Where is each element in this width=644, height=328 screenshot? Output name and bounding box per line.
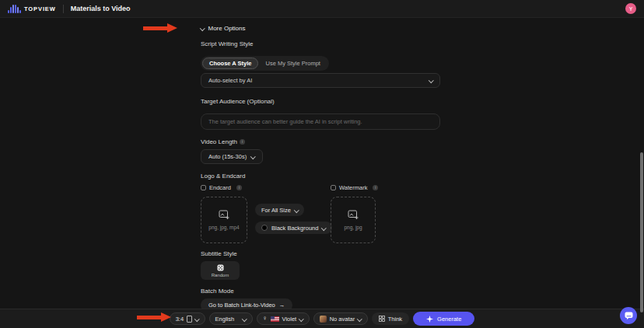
- language-select[interactable]: English: [209, 312, 253, 325]
- brand-name: TOPVIEW: [24, 5, 56, 12]
- header-divider: [63, 5, 64, 13]
- annotation-arrow-more-options: [143, 23, 177, 33]
- checkbox-icon: [331, 185, 336, 190]
- chat-widget-button[interactable]: [620, 307, 637, 324]
- generate-button[interactable]: Generate: [413, 312, 474, 326]
- tab-use-my-style-prompt[interactable]: Use My Style Prompt: [258, 58, 327, 69]
- video-length-select[interactable]: Auto (15s-30s): [201, 149, 263, 164]
- female-icon: ♀: [263, 316, 268, 322]
- chevron-down-icon: [429, 78, 433, 82]
- upload-hint: png, jpg: [344, 225, 362, 230]
- target-audience-label: Target Audience (Optional): [201, 98, 440, 105]
- avatar-thumbnail-icon: [320, 316, 327, 323]
- script-style-tabs: Choose A Style Use My Style Prompt: [201, 56, 329, 71]
- chevron-down-icon: [250, 154, 255, 159]
- think-grid-icon: [379, 316, 385, 322]
- endcard-upload-dropzone[interactable]: png, jpg, mp4: [201, 197, 247, 243]
- avatar-select[interactable]: No avatar: [313, 312, 368, 325]
- black-color-swatch: [261, 225, 268, 231]
- page-title: Materials to Video: [71, 5, 131, 12]
- think-button[interactable]: Think: [372, 312, 409, 325]
- upload-hint: png, jpg, mp4: [208, 225, 239, 230]
- size-select[interactable]: For All Size: [255, 204, 304, 216]
- checkbox-icon: [201, 185, 206, 190]
- more-options-toggle[interactable]: More Options: [201, 25, 246, 32]
- app-window: TOPVIEW Materials to Video Y More Option…: [0, 0, 644, 328]
- video-length-value: Auto (15s-30s): [208, 153, 247, 160]
- aspect-ratio-select[interactable]: 3:4: [170, 312, 205, 325]
- tab-choose-a-style[interactable]: Choose A Style: [202, 58, 258, 69]
- more-options-label: More Options: [208, 25, 246, 32]
- info-icon[interactable]: i: [373, 185, 378, 190]
- sparkle-icon: [426, 316, 433, 323]
- image-plus-icon: [348, 210, 359, 220]
- target-audience-input[interactable]: [201, 113, 440, 130]
- video-length-label: Video Length i: [201, 138, 440, 145]
- logo-endcard-label: Logo & Endcard: [201, 173, 440, 180]
- dice-icon: [217, 264, 224, 271]
- arrow-right-icon: →: [279, 302, 285, 309]
- chevron-down-icon: [322, 225, 327, 230]
- chat-icon: [625, 312, 633, 319]
- generation-bar: 3:4 English ♀ Violet No avatar: [0, 309, 644, 328]
- endcard-checkbox[interactable]: Endcard i: [201, 184, 242, 191]
- watermark-checkbox[interactable]: Watermark i: [331, 184, 378, 191]
- us-flag-icon: [271, 316, 279, 322]
- style-select[interactable]: Auto-select by AI: [201, 73, 440, 88]
- chevron-down-icon: [194, 316, 199, 321]
- logo-endcard-checkboxes: Endcard i Watermark i: [201, 184, 440, 191]
- voice-select[interactable]: ♀ Violet: [257, 312, 310, 325]
- watermark-upload-dropzone[interactable]: png, jpg: [331, 197, 376, 243]
- style-select-value: Auto-select by AI: [208, 77, 252, 84]
- logo-endcard-uploads: png, jpg, mp4 For All Size Black Backgro…: [201, 197, 440, 243]
- batch-mode-label: Batch Mode: [201, 288, 440, 295]
- topview-logo-icon: [8, 4, 21, 13]
- user-avatar[interactable]: Y: [625, 3, 636, 14]
- options-form: More Options Script Writing Style Choose…: [201, 18, 440, 312]
- chevron-down-icon: [299, 316, 303, 321]
- background-select[interactable]: Black Background: [255, 222, 332, 234]
- subtitle-style-label: Subtitle Style: [201, 250, 440, 257]
- chevron-down-icon: [357, 316, 362, 321]
- top-bar: TOPVIEW Materials to Video Y: [0, 0, 644, 18]
- endcard-options: For All Size Black Background: [255, 204, 332, 234]
- subtitle-style-option: Random: [212, 273, 229, 277]
- chevron-down-icon: [200, 26, 205, 30]
- image-plus-icon: [219, 210, 230, 220]
- script-writing-style-label: Script Writing Style: [201, 40, 440, 47]
- chevron-down-icon: [242, 316, 247, 321]
- portrait-ratio-icon: [187, 316, 192, 323]
- info-icon[interactable]: i: [236, 185, 242, 190]
- voice-name: Violet: [282, 316, 297, 323]
- info-icon[interactable]: i: [240, 139, 245, 145]
- annotation-arrow-ratio: [137, 312, 171, 322]
- subtitle-style-random-card[interactable]: Random: [201, 261, 240, 280]
- chevron-down-icon: [294, 208, 299, 212]
- scrollbar-thumb[interactable]: [640, 152, 643, 312]
